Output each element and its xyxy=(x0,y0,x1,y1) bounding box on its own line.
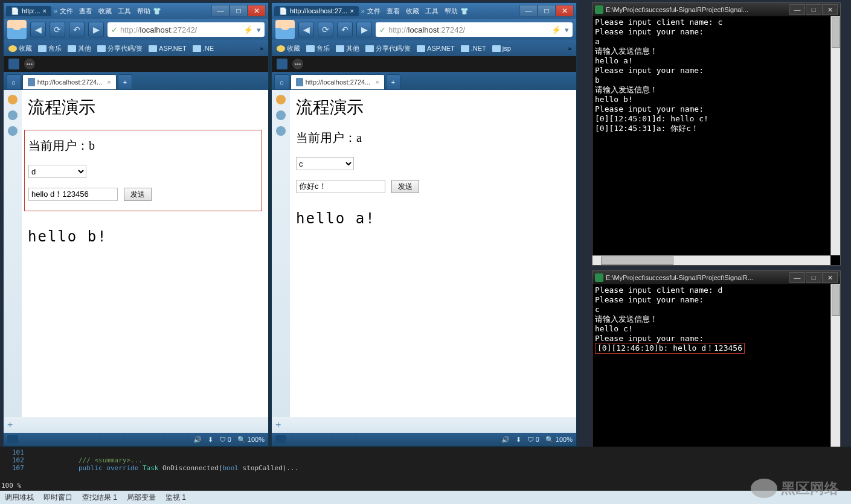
new-tab-button[interactable]: + xyxy=(386,74,400,90)
maximize-button[interactable]: □ xyxy=(538,5,556,17)
tab-chevron-icon[interactable]: » xyxy=(54,7,57,14)
undo-button[interactable]: ↶ xyxy=(337,22,353,37)
flash-icon[interactable]: ⚡ xyxy=(551,25,561,34)
menu-help[interactable]: 帮助 xyxy=(445,7,458,16)
maximize-button[interactable]: □ xyxy=(230,5,248,17)
dropdown-icon[interactable]: ▾ xyxy=(257,25,261,34)
tab-chevron-icon[interactable]: » xyxy=(361,7,365,14)
status-watch[interactable]: 监视 1 xyxy=(165,493,186,503)
zoom-level[interactable]: 100 % xyxy=(1,482,21,490)
minimize-button[interactable]: — xyxy=(789,272,805,283)
tab-close-icon[interactable]: × xyxy=(107,78,111,86)
forward-button[interactable]: ▶ xyxy=(356,22,372,37)
target-user-select[interactable]: d xyxy=(28,165,86,178)
bookmark-overflow-icon[interactable]: » xyxy=(568,45,571,52)
refresh-button[interactable]: ⟳ xyxy=(318,22,333,37)
ext-more-icon[interactable]: ••• xyxy=(24,59,35,69)
menu-help[interactable]: 帮助 xyxy=(137,7,150,16)
send-button[interactable]: 发送 xyxy=(391,180,419,193)
title-tab[interactable]: 📄 http:... × xyxy=(6,6,51,16)
minimize-button[interactable]: — xyxy=(519,5,538,17)
bookmark-share[interactable]: 分享代码/资 xyxy=(365,44,411,53)
undo-button[interactable]: ↶ xyxy=(69,22,85,37)
bookmark-fav[interactable]: 收藏 xyxy=(277,44,300,53)
zoom-icon[interactable]: 🔍 100% xyxy=(545,436,573,444)
tab-close-icon[interactable]: × xyxy=(375,78,379,86)
back-button[interactable]: ◀ xyxy=(30,22,46,37)
status-icon[interactable] xyxy=(275,435,286,444)
bookmark-jsp[interactable]: jsp xyxy=(492,45,511,52)
target-user-select[interactable]: c xyxy=(296,157,354,170)
address-bar[interactable]: ✓ http:// localhost :27242/ ⚡ ▾ xyxy=(376,22,573,37)
menu-fav[interactable]: 收藏 xyxy=(98,7,112,16)
avatar[interactable] xyxy=(275,20,295,39)
shield-status-icon[interactable]: 🛡 0 xyxy=(219,436,231,443)
rail-phone-icon[interactable] xyxy=(276,110,286,120)
bookmark-music[interactable]: 音乐 xyxy=(306,44,330,53)
console-titlebar[interactable]: E:\MyProject\successful-SignalRProject\S… xyxy=(592,271,840,284)
volume-icon[interactable]: 🔊 xyxy=(193,436,202,444)
page-tab[interactable]: http://localhost:2724... × xyxy=(22,74,117,90)
close-button[interactable]: ✕ xyxy=(822,272,838,283)
scrollbar-vertical[interactable] xyxy=(830,16,840,255)
new-tab-button[interactable]: + xyxy=(118,74,132,90)
home-tab[interactable]: ⌂ xyxy=(6,74,21,90)
close-button[interactable]: ✕ xyxy=(248,5,266,17)
home-tab[interactable]: ⌂ xyxy=(274,74,289,90)
shield-status-icon[interactable]: 🛡 0 xyxy=(527,436,539,443)
zoom-icon[interactable]: 🔍 100% xyxy=(237,436,265,444)
tshirt-icon[interactable]: 👕 xyxy=(153,7,161,15)
scroll-thumb[interactable] xyxy=(832,285,840,316)
code-lines[interactable]: /// <summary>... public override Task On… xyxy=(79,448,298,472)
flash-icon[interactable]: ⚡ xyxy=(243,25,253,34)
bookmark-fav[interactable]: 收藏 xyxy=(8,44,32,53)
maximize-button[interactable]: □ xyxy=(806,4,821,15)
console-output[interactable]: Please input client name: dPlease input … xyxy=(592,284,840,355)
minimize-button[interactable]: — xyxy=(211,5,230,17)
menu-tools[interactable]: 工具 xyxy=(425,7,438,16)
download-icon[interactable]: ⬇ xyxy=(516,436,521,444)
console-output[interactable]: Please input client name: cPlease input … xyxy=(592,16,840,135)
message-input[interactable] xyxy=(28,188,118,201)
rail-star-icon[interactable] xyxy=(8,95,18,104)
volume-icon[interactable]: 🔊 xyxy=(501,436,510,444)
maximize-button[interactable]: □ xyxy=(806,272,821,283)
bookmark-share[interactable]: 分享代码/资 xyxy=(97,44,143,53)
dropdown-icon[interactable]: ▾ xyxy=(565,25,569,34)
scroll-thumb[interactable] xyxy=(832,18,840,48)
download-icon[interactable]: ⬇ xyxy=(208,436,213,444)
minimize-button[interactable]: — xyxy=(789,4,805,15)
ext-1-icon[interactable] xyxy=(8,59,19,69)
back-button[interactable]: ◀ xyxy=(298,22,314,37)
ext-more-icon[interactable]: ••• xyxy=(292,59,303,69)
titlebar[interactable]: 📄 http:... × » 文件 查看 收藏 工具 帮助 👕 — □ ✕ xyxy=(4,3,268,19)
menu-file[interactable]: 文件 xyxy=(60,7,73,16)
bookmark-net[interactable]: .NE xyxy=(193,45,214,52)
page-tab[interactable]: http://localhost:2724... × xyxy=(291,74,385,90)
menu-view[interactable]: 查看 xyxy=(387,7,400,16)
add-panel-button[interactable]: + xyxy=(275,419,281,430)
status-callstack[interactable]: 调用堆栈 xyxy=(5,493,34,503)
bookmark-other[interactable]: 其他 xyxy=(68,44,91,53)
tshirt-icon[interactable]: 👕 xyxy=(460,7,469,15)
rail-clock-icon[interactable] xyxy=(276,126,286,136)
status-find[interactable]: 查找结果 1 xyxy=(82,493,117,503)
title-tab[interactable]: 📄 http://localhost:27... × xyxy=(274,6,359,16)
close-button[interactable]: ✕ xyxy=(556,5,574,17)
bookmark-aspnet[interactable]: ASP.NET xyxy=(149,45,187,52)
bookmark-net[interactable]: .NET xyxy=(461,45,486,52)
rail-clock-icon[interactable] xyxy=(8,126,18,136)
menu-fav[interactable]: 收藏 xyxy=(406,7,419,16)
menu-file[interactable]: 文件 xyxy=(367,7,381,16)
ext-1-icon[interactable] xyxy=(277,59,287,69)
avatar[interactable] xyxy=(7,20,27,39)
bookmark-music[interactable]: 音乐 xyxy=(38,44,62,53)
address-bar[interactable]: ✓ http:// localhost :27242/ ⚡ ▾ xyxy=(108,22,265,37)
status-icon[interactable] xyxy=(7,435,18,444)
status-locals[interactable]: 局部变量 xyxy=(127,493,156,503)
refresh-button[interactable]: ⟳ xyxy=(50,22,65,37)
menu-view[interactable]: 查看 xyxy=(79,7,92,16)
status-immediate[interactable]: 即时窗口 xyxy=(43,493,72,503)
rail-phone-icon[interactable] xyxy=(8,110,18,120)
send-button[interactable]: 发送 xyxy=(124,188,152,201)
